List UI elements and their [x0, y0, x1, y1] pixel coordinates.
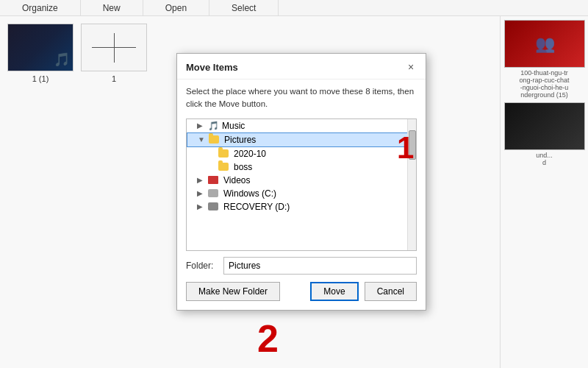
- toolbar-organize[interactable]: Organize: [0, 0, 81, 15]
- tree-item-boss[interactable]: boss: [187, 160, 416, 174]
- chevron-videos: ▶: [197, 176, 207, 184]
- tree-item-pictures[interactable]: ▼ Pictures: [187, 132, 416, 147]
- tree-label-windows: Windows (C:): [223, 188, 276, 199]
- video-icon: [207, 175, 219, 185]
- chevron-music: ▶: [197, 121, 207, 130]
- cancel-button[interactable]: Cancel: [365, 282, 417, 301]
- folder-label: Folder:: [186, 261, 219, 271]
- tree-label-pictures: Pictures: [224, 135, 256, 145]
- dialog-close-button[interactable]: ×: [404, 60, 418, 74]
- folder-icon-pictures: [208, 135, 220, 145]
- chevron-pictures: ▼: [198, 135, 208, 144]
- dialog-body: Select the place where you want to move …: [177, 79, 426, 310]
- toolbar: Organize New Open Select: [0, 0, 588, 16]
- tree-item-recovery-d[interactable]: ▶ RECOVERY (D:): [187, 200, 416, 213]
- scrollbar-thumb: [409, 130, 416, 160]
- cross-v: [114, 33, 115, 63]
- thumbnail-concert[interactable]: [7, 24, 74, 71]
- tree-item-music[interactable]: ▶ 🎵 Music: [187, 119, 416, 132]
- drive-icon-c: [207, 188, 219, 199]
- open-label: Open: [165, 3, 187, 13]
- thumbnail-item[interactable]: 1: [81, 24, 147, 83]
- buttons-row: Make New Folder Move Cancel: [186, 282, 417, 304]
- folder-tree[interactable]: ▶ 🎵 Music ▼ Pictures: [186, 118, 417, 251]
- tree-item-2020-10[interactable]: 2020-10: [187, 147, 416, 160]
- move-button[interactable]: Move: [310, 282, 358, 301]
- right-thumb-item-2[interactable]: und...d: [504, 102, 584, 166]
- right-thumbnails: 100-thuat-ngu-trong-rap-cuc-chat-nguoi-c…: [500, 16, 588, 368]
- thumbnail-diagram[interactable]: [81, 24, 147, 71]
- tree-label-videos: Videos: [223, 175, 250, 185]
- right-thumb-dark[interactable]: [504, 102, 585, 150]
- thumbnail-label-2: 1: [112, 74, 116, 83]
- chevron-recovery: ▶: [197, 202, 207, 210]
- scrollbar[interactable]: [407, 119, 416, 250]
- tree-item-windows-c[interactable]: ▶ Windows (C:): [187, 187, 416, 200]
- tree-label-boss: boss: [234, 162, 252, 172]
- dialog-title: Move Items: [186, 62, 238, 73]
- tree-item-videos[interactable]: ▶ Videos: [187, 174, 416, 187]
- main-area: 1 (1) 1 100-thuat-ngu-trong-rap-cuc-chat…: [0, 16, 588, 368]
- thumbnail-item[interactable]: 1 (1): [7, 24, 74, 83]
- folder-icon-boss: [218, 162, 229, 172]
- organize-label: Organize: [22, 3, 58, 13]
- new-label: New: [103, 3, 121, 13]
- right-thumb-red[interactable]: [504, 20, 585, 68]
- right-thumb-item-1[interactable]: 100-thuat-ngu-trong-rap-cuc-chat-nguoi-c…: [504, 20, 584, 99]
- thumbnail-label-1: 1 (1): [32, 74, 49, 83]
- select-label: Select: [232, 3, 256, 13]
- chevron-windows: ▶: [197, 189, 207, 197]
- tree-label-recovery: RECOVERY (D:): [223, 202, 290, 212]
- folder-row: Folder:: [186, 257, 417, 275]
- toolbar-open[interactable]: Open: [143, 0, 209, 15]
- drive-icon-d: [207, 202, 219, 212]
- move-items-dialog: Move Items × Select the place where you …: [176, 53, 426, 311]
- toolbar-select[interactable]: Select: [209, 0, 279, 15]
- tree-label-2020: 2020-10: [234, 149, 266, 159]
- right-thumb-label-2: und...d: [504, 152, 584, 166]
- make-new-folder-button[interactable]: Make New Folder: [186, 282, 280, 301]
- folder-input[interactable]: [223, 257, 417, 275]
- tree-label-music: Music: [222, 121, 245, 131]
- toolbar-new[interactable]: New: [81, 0, 143, 15]
- dialog-description: Select the place where you want to move …: [186, 85, 417, 111]
- dialog-titlebar: Move Items ×: [177, 54, 426, 79]
- right-thumb-label-1: 100-thuat-ngu-trong-rap-cuc-chat-nguoi-c…: [504, 69, 584, 99]
- music-icon: 🎵: [207, 121, 219, 131]
- folder-icon-2020: [218, 149, 229, 159]
